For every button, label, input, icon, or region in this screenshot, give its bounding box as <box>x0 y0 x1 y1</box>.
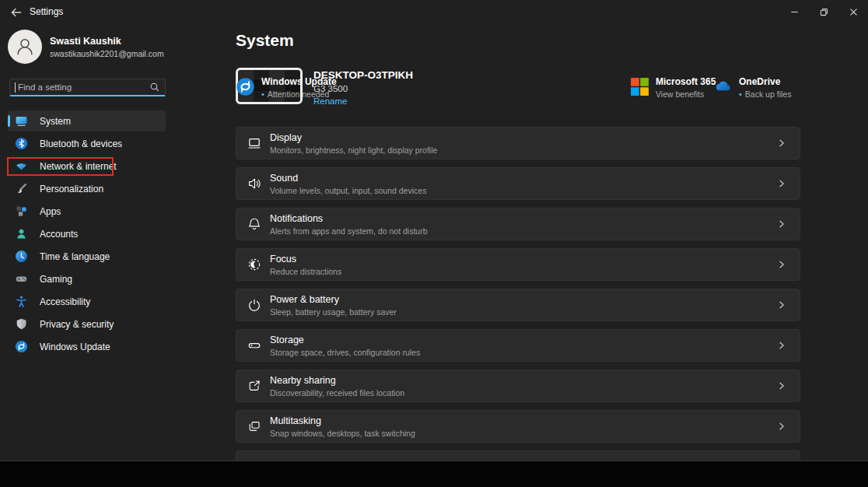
status-dot: • <box>261 89 264 99</box>
chevron-right-icon <box>775 298 789 312</box>
status-dot: • <box>739 89 742 99</box>
row-title: Nearby sharing <box>270 375 775 386</box>
sidebar-item-network-and-internet[interactable]: Network & internet <box>8 156 166 177</box>
settings-row-storage[interactable]: Storage Storage space, drives, configura… <box>236 329 800 362</box>
privacy-icon <box>15 317 28 331</box>
settings-row-display[interactable]: Display Monitors, brightness, night ligh… <box>236 127 800 159</box>
onedrive-icon <box>713 77 733 96</box>
sidebar-nav: System Bluetooth & devices Network & int… <box>8 110 166 359</box>
sidebar-item-accounts[interactable]: Accounts <box>8 223 166 244</box>
promo-card-microsoft-365[interactable]: Microsoft 365 •View benefits <box>630 76 716 99</box>
sidebar-item-label: Bluetooth & devices <box>40 138 122 149</box>
storage-icon <box>247 338 262 353</box>
settings-row-nearby-sharing[interactable]: Nearby sharing Discoverability, received… <box>236 370 800 402</box>
restore-button[interactable] <box>809 0 838 23</box>
sidebar-item-accessibility[interactable]: Accessibility <box>8 291 166 312</box>
search-box[interactable] <box>9 79 166 96</box>
sidebar-item-label: Accounts <box>40 229 78 240</box>
gaming-icon <box>15 272 28 286</box>
minimize-button[interactable] <box>779 0 809 23</box>
text-caret <box>15 82 16 93</box>
back-arrow-icon[interactable] <box>9 5 23 18</box>
sidebar-item-apps[interactable]: Apps <box>8 201 166 222</box>
sidebar-item-privacy-and-security[interactable]: Privacy & security <box>8 314 166 335</box>
settings-row-notifications[interactable]: Notifications Alerts from apps and syste… <box>236 208 800 240</box>
promo-title: OneDrive <box>739 76 791 87</box>
row-title: Notifications <box>270 213 775 224</box>
sidebar-item-label: Privacy & security <box>40 319 114 330</box>
windows-update-icon <box>236 77 255 96</box>
time-language-icon <box>15 250 28 263</box>
chevron-right-icon <box>775 338 789 352</box>
chevron-right-icon <box>775 379 789 393</box>
search-input[interactable] <box>18 82 149 92</box>
window-controls <box>779 0 868 23</box>
apps-icon <box>15 205 28 218</box>
row-title: Display <box>270 132 775 143</box>
accounts-icon <box>15 227 28 240</box>
row-title: Sound <box>270 173 775 184</box>
sidebar-item-time-and-language[interactable]: Time & language <box>8 246 166 267</box>
close-button[interactable] <box>838 0 868 23</box>
sidebar-item-gaming[interactable]: Gaming <box>8 268 166 289</box>
row-title: Multitasking <box>270 415 775 426</box>
sidebar-item-system[interactable]: System <box>8 110 166 131</box>
row-title: Storage <box>270 335 775 345</box>
promo-title: Microsoft 365 <box>656 76 716 87</box>
sidebar-item-label: Apps <box>40 206 61 217</box>
sidebar: Swasti Kaushik swastikaushik2201@gmail.c… <box>0 23 227 461</box>
sidebar-item-label: Time & language <box>40 251 110 262</box>
profile-header: Swasti Kaushik swastikaushik2201@gmail.c… <box>8 30 164 64</box>
sidebar-item-label: System <box>40 116 71 127</box>
row-title: Power & battery <box>270 294 775 305</box>
row-subtitle: Alerts from apps and system, do not dist… <box>270 226 775 236</box>
promo-subtitle: •View benefits <box>656 89 716 99</box>
windows-update-icon <box>15 340 28 353</box>
power-icon <box>247 297 262 313</box>
row-subtitle: Reduce distractions <box>270 267 775 276</box>
sidebar-item-bluetooth-and-devices[interactable]: Bluetooth & devices <box>8 133 166 154</box>
promo-card-windows-update[interactable]: Windows Update •Attention needed <box>236 76 337 99</box>
bluetooth-icon <box>15 137 28 150</box>
nearby-sharing-icon <box>247 378 262 394</box>
sidebar-item-windows-update[interactable]: Windows Update <box>8 336 166 357</box>
settings-window: Settings Swasti Kaushik swastikaushik220… <box>0 0 868 487</box>
settings-row-sound[interactable]: Sound Volume levels, output, input, soun… <box>236 167 800 200</box>
window-title: Settings <box>30 6 63 17</box>
row-subtitle: Snap windows, desktops, task switching <box>270 429 775 438</box>
row-subtitle: Discoverability, received files location <box>270 388 775 398</box>
promo-card-onedrive[interactable]: OneDrive •Back up files <box>713 76 791 99</box>
accessibility-icon <box>15 295 28 308</box>
settings-row-partial[interactable] <box>236 450 800 461</box>
row-subtitle: Sleep, battery usage, battery saver <box>270 307 775 317</box>
microsoft-365-icon <box>630 77 649 96</box>
promo-subtitle: •Attention needed <box>261 89 337 99</box>
search-icon <box>149 82 160 93</box>
settings-row-power-and-battery[interactable]: Power & battery Sleep, battery usage, ba… <box>236 289 800 321</box>
row-subtitle: Storage space, drives, configuration rul… <box>270 348 775 357</box>
row-subtitle: Monitors, brightness, night light, displ… <box>270 145 775 155</box>
settings-row-focus[interactable]: Focus Reduce distractions <box>236 248 800 281</box>
sound-icon <box>247 176 262 191</box>
chevron-right-icon <box>775 258 789 272</box>
chevron-right-icon <box>775 419 789 433</box>
main-content: System DESKTOP-O3TPIKH G3 3500 Rename Mi… <box>236 23 868 461</box>
sidebar-item-label: Accessibility <box>40 296 90 307</box>
page-title: System <box>236 31 294 50</box>
bottom-black-bar <box>0 461 868 487</box>
network-icon <box>15 159 28 173</box>
promo-title: Windows Update <box>261 76 337 87</box>
chevron-right-icon <box>775 177 789 191</box>
notifications-icon <box>247 216 262 232</box>
sidebar-item-label: Network & internet <box>40 161 117 172</box>
settings-rows: Display Monitors, brightness, night ligh… <box>236 127 800 461</box>
chevron-right-icon <box>775 217 789 231</box>
system-icon <box>15 114 28 128</box>
avatar <box>8 30 42 64</box>
profile-name: Swasti Kaushik <box>50 36 164 47</box>
chevron-right-icon <box>775 136 789 150</box>
sidebar-item-label: Gaming <box>40 274 72 285</box>
settings-row-multitasking[interactable]: Multitasking Snap windows, desktops, tas… <box>236 410 800 443</box>
promo-subtitle: •Back up files <box>739 89 791 99</box>
sidebar-item-personalization[interactable]: Personalization <box>8 178 166 199</box>
